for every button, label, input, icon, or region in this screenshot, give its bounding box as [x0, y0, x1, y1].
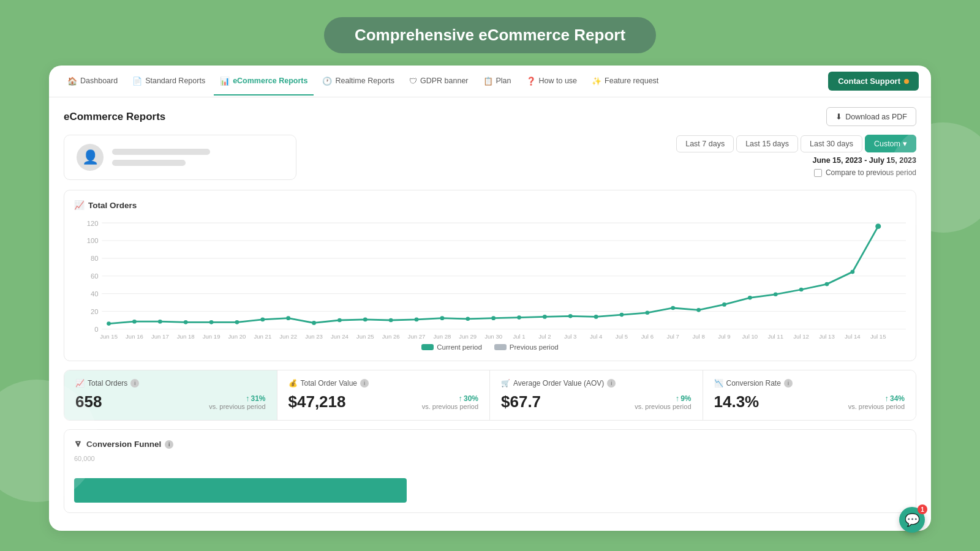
download-label: Download as PDF	[845, 113, 907, 121]
svg-point-28	[466, 317, 470, 321]
svg-point-19	[235, 320, 239, 324]
svg-text:40: 40	[91, 290, 99, 298]
metric-change-orders: ↑ 31% vs. previous period	[209, 394, 265, 410]
svg-point-26	[415, 318, 419, 322]
svg-text:Jul 14: Jul 14	[845, 333, 861, 339]
nav-item-how-to-use[interactable]: ❓ How to use	[520, 68, 584, 96]
metric-total-orders: 📈 Total Orders i 658 ↑ 31% vs. previous …	[64, 370, 277, 420]
metric-label-text-cr: Conversion Rate	[726, 379, 781, 388]
legend-current: Current period	[421, 343, 482, 351]
svg-text:Jul 6: Jul 6	[641, 333, 654, 339]
metric-conversion-rate: 📉 Conversion Rate i 14.3% ↑ 34% vs. prev…	[703, 370, 916, 420]
svg-text:0: 0	[94, 326, 98, 333]
nav-item-plan[interactable]: 📋 Plan	[477, 68, 518, 96]
svg-text:Jun 30: Jun 30	[484, 333, 502, 339]
svg-point-25	[389, 318, 393, 323]
chart-bar-icon: 📊	[220, 77, 230, 86]
nav-item-dashboard[interactable]: 🏠 Dashboard	[61, 68, 124, 96]
chart-area: 120 100 80 60 40 20 0	[74, 216, 906, 339]
svg-point-24	[363, 318, 368, 322]
download-pdf-button[interactable]: ⬇ Download as PDF	[826, 107, 916, 126]
svg-text:Jul 10: Jul 10	[742, 333, 758, 339]
svg-text:Jun 21: Jun 21	[254, 333, 271, 339]
svg-text:Jul 2: Jul 2	[538, 333, 551, 339]
clock-icon: 🕐	[322, 77, 332, 86]
chat-icon: 💬	[905, 512, 920, 527]
nav-bar: 🏠 Dashboard 📄 Standard Reports 📊 eCommer…	[49, 66, 931, 97]
svg-text:100: 100	[87, 238, 99, 245]
metric-pct-cr: ↑ 34%	[884, 394, 905, 403]
svg-point-22	[312, 321, 316, 325]
chart-legend: Current period Previous period	[74, 343, 906, 351]
legend-previous-label: Previous period	[510, 343, 559, 351]
svg-point-14	[107, 321, 111, 326]
svg-text:Jul 8: Jul 8	[692, 333, 704, 339]
header-title-bar: Comprehensive eCommerce Report	[0, 0, 980, 66]
metric-value-cr: 14.3%	[714, 392, 760, 411]
arrow-up-icon: ↑	[246, 394, 250, 403]
home-icon: 🏠	[67, 77, 77, 86]
funnel-title: ⛛ Conversion Funnel i	[74, 440, 906, 449]
nav-item-feature-request[interactable]: ✨ Feature request	[586, 68, 665, 96]
svg-point-35	[645, 310, 649, 315]
chat-support-bubble[interactable]: 💬 1	[899, 507, 925, 533]
metric-label-tov: 💰 Total Order Value i	[288, 379, 479, 388]
chart-title-text: Total Orders	[88, 201, 137, 210]
svg-text:Jul 13: Jul 13	[819, 333, 835, 339]
last-15-days-button[interactable]: Last 15 days	[736, 135, 798, 152]
info-icon-funnel[interactable]: i	[165, 440, 173, 449]
svg-text:Jun 19: Jun 19	[203, 333, 221, 339]
arrow-up-icon-tov: ↑	[458, 394, 462, 403]
metric-label-text-tov: Total Order Value	[301, 379, 358, 388]
svg-point-39	[748, 296, 752, 300]
svg-text:80: 80	[91, 255, 99, 262]
nav-item-realtime-reports[interactable]: 🕐 Realtime Reports	[316, 68, 401, 96]
last-7-days-button[interactable]: Last 7 days	[676, 135, 734, 152]
svg-point-29	[491, 316, 496, 320]
legend-dot-previous	[494, 344, 507, 350]
metric-label-cr: 📉 Conversion Rate i	[714, 379, 905, 388]
svg-text:Jul 4: Jul 4	[590, 333, 603, 339]
value-icon: 💰	[288, 379, 298, 388]
compare-checkbox[interactable]	[814, 169, 822, 177]
contact-support-label: Contact Support	[838, 77, 900, 86]
svg-point-16	[158, 320, 162, 324]
svg-point-33	[594, 315, 598, 319]
document-icon: 📄	[132, 77, 142, 86]
nav-item-ecommerce-reports[interactable]: 📊 eCommerce Reports	[214, 68, 314, 96]
info-icon-aov[interactable]: i	[607, 379, 616, 388]
info-icon-cr[interactable]: i	[784, 379, 793, 388]
svg-text:Jun 22: Jun 22	[279, 333, 297, 339]
info-icon-orders[interactable]: i	[130, 379, 139, 388]
metric-value-row-cr: 14.3% ↑ 34% vs. previous period	[714, 392, 905, 411]
metric-total-order-value: 💰 Total Order Value i $47,218 ↑ 30% vs. …	[277, 370, 491, 420]
main-card: 🏠 Dashboard 📄 Standard Reports 📊 eCommer…	[49, 66, 931, 531]
svg-text:Jun 29: Jun 29	[459, 333, 477, 339]
page-title: eCommerce Reports	[64, 111, 165, 123]
svg-text:Jun 20: Jun 20	[228, 333, 246, 339]
download-icon: ⬇	[835, 112, 842, 121]
nav-item-standard-reports[interactable]: 📄 Standard Reports	[126, 68, 211, 96]
metric-change-cr: ↑ 34% vs. previous period	[848, 394, 905, 410]
svg-point-17	[184, 320, 188, 324]
svg-text:Jul 7: Jul 7	[667, 333, 679, 339]
svg-point-21	[286, 316, 290, 320]
svg-text:Jun 28: Jun 28	[433, 333, 451, 339]
info-icon-tov[interactable]: i	[360, 379, 369, 388]
svg-text:Jul 11: Jul 11	[767, 333, 783, 339]
contact-support-button[interactable]: Contact Support	[828, 72, 919, 91]
funnel-bar-area	[74, 466, 906, 503]
svg-point-36	[671, 306, 675, 310]
metrics-row: 📈 Total Orders i 658 ↑ 31% vs. previous …	[64, 370, 916, 421]
nav-label-standard-reports: Standard Reports	[145, 77, 205, 85]
svg-text:120: 120	[87, 220, 99, 227]
page-header: eCommerce Reports ⬇ Download as PDF	[64, 107, 916, 126]
metric-change-tov: ↑ 30% vs. previous period	[422, 394, 478, 410]
legend-dot-current	[421, 344, 434, 350]
nav-item-gdpr[interactable]: 🛡 GDPR banner	[403, 68, 475, 96]
last-30-days-button[interactable]: Last 30 days	[801, 135, 862, 152]
nav-label-plan: Plan	[496, 77, 511, 85]
nav-label-feature-request: Feature request	[605, 77, 658, 85]
sparkle-icon: ✨	[592, 77, 601, 86]
person-icon: 👤	[82, 149, 99, 165]
